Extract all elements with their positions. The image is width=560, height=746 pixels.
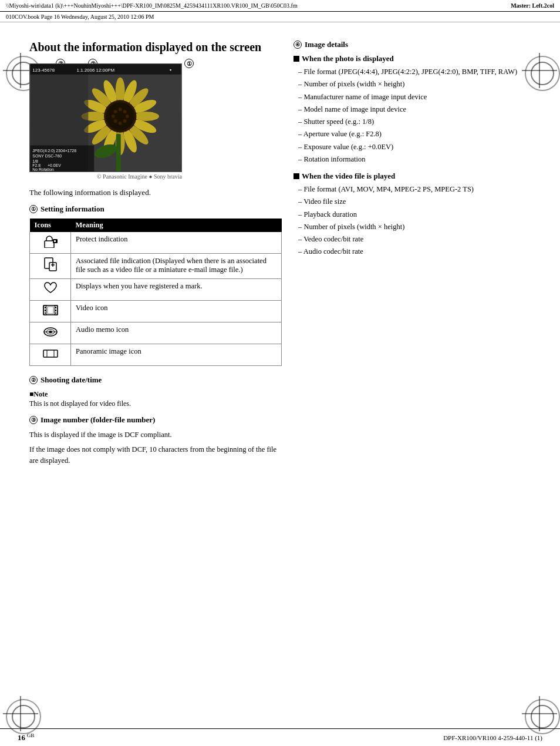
corner-decoration-bl (6, 699, 35, 728)
svg-point-5 (133, 112, 159, 121)
icon-heart (30, 279, 71, 301)
svg-point-23 (123, 119, 127, 123)
svg-point-26 (112, 115, 115, 118)
footer-product: DPF-XR100/VR100 4-259-440-11 (1) (443, 734, 542, 741)
list-item: Playback duration (298, 209, 542, 221)
corner-decoration-br (525, 699, 554, 728)
table-row-panorama: Panoramic image icon (71, 344, 282, 366)
svg-text:1.1.2006  12:00PM: 1.1.2006 12:00PM (77, 68, 115, 73)
svg-rect-53 (45, 312, 46, 314)
sunflower-image: 123-45678 1.1.2006 12:00PM ▪ JPEG(4:2:0)… (29, 63, 182, 172)
header-master: Master: Left.2col (511, 2, 554, 9)
col-meaning: Meaning (71, 219, 282, 232)
svg-point-25 (114, 119, 117, 123)
icon-audio (30, 322, 71, 344)
svg-point-18 (106, 102, 134, 130)
left-column: About the information displayed on the s… (29, 40, 282, 473)
section1-header: ① Setting information (29, 204, 282, 214)
black-square-video (294, 173, 299, 179)
video-section-title: When the video file is played (294, 172, 542, 181)
callout-1: ① (184, 59, 194, 68)
table-row: Panoramic image icon (30, 344, 282, 366)
header-path: \\Miyoshi-win\data1 (k)\+++NouhinMiyoshi… (6, 2, 298, 9)
note-box: ■Note This is not displayed for video fi… (29, 389, 282, 408)
right-column: ④ Image details When the photo is displa… (294, 40, 542, 473)
table-row: Audio memo icon (30, 322, 282, 344)
svg-point-21 (123, 110, 127, 113)
note-label: ■Note (29, 390, 48, 398)
svg-rect-57 (48, 307, 53, 314)
table-row: Protect indication (30, 232, 282, 254)
icon-lock (30, 232, 71, 254)
section2-header: ② Shooting date/time (29, 375, 282, 385)
icon-panorama (30, 344, 71, 366)
svg-point-19 (114, 110, 117, 113)
list-item: Manufacturer name of image input device (298, 91, 542, 103)
svg-point-22 (126, 115, 129, 118)
photo-section-title: When the photo is displayed (294, 54, 542, 63)
svg-text:JPEG(4:2:0)  2304×1728: JPEG(4:2:0) 2304×1728 (32, 149, 76, 153)
section2-num: ② (29, 376, 38, 384)
svg-rect-56 (55, 312, 56, 314)
list-item: Model name of image input device (298, 103, 542, 116)
svg-text:123-45678: 123-45678 (32, 68, 55, 73)
page-suffix: GB (27, 732, 35, 738)
video-section-label: When the video file is played (302, 172, 395, 181)
svg-point-20 (119, 107, 122, 111)
svg-point-24 (119, 122, 122, 125)
footer: 16 GB DPF-XR100/VR100 4-259-440-11 (1) (0, 728, 560, 746)
svg-rect-52 (45, 310, 46, 311)
following-text: The following information is displayed. (29, 188, 282, 197)
svg-text:▪: ▪ (170, 67, 171, 73)
header-bar: \\Miyoshi-win\data1 (k)\+++NouhinMiyoshi… (0, 0, 560, 12)
list-item: File format (JPEG(4:4:4), JPEG(4:2:2), J… (298, 66, 542, 78)
page-title: About the information displayed on the s… (29, 40, 282, 54)
table-row: Video icon (30, 301, 282, 322)
section4-num: ④ (294, 41, 302, 49)
svg-rect-43 (54, 240, 56, 242)
image-area: ③ ② ① (29, 63, 194, 180)
table-row-protect: Protect indication (71, 232, 282, 254)
table-row-mark: Displays when you have registered a mark… (71, 279, 282, 301)
svg-point-1 (116, 78, 125, 103)
svg-rect-51 (45, 307, 46, 308)
list-item: Rotation information (298, 153, 542, 166)
section3-label: Image number (folder-file number) (41, 415, 155, 425)
list-item: Aperture value (e.g.: F2.8) (298, 128, 542, 140)
black-square-photo (294, 56, 299, 62)
svg-text:No Rotation: No Rotation (32, 167, 54, 172)
svg-rect-55 (55, 310, 56, 311)
section3-header: ③ Image number (folder-file number) (29, 415, 282, 425)
list-item: Shutter speed (e.g.: 1/8) (298, 116, 542, 128)
section2-label: Shooting date/time (41, 375, 102, 385)
list-item: Vedeo codec/bit rate (298, 233, 542, 246)
main-content: About the information displayed on the s… (0, 22, 560, 485)
page-number: 16 GB (18, 732, 34, 742)
svg-rect-63 (43, 350, 58, 357)
svg-point-60 (49, 331, 52, 333)
list-item: Video file size (298, 196, 542, 208)
corner-decoration-tr (525, 56, 554, 85)
section1: ① Setting information Icons Meaning (29, 204, 282, 366)
section2: ② Shooting date/time ■Note This is not d… (29, 375, 282, 408)
icon-plus-file (30, 254, 71, 279)
col-icons: Icons (30, 219, 71, 232)
photo-items-list: File format (JPEG(4:4:4), JPEG(4:2:2), J… (298, 66, 542, 166)
svg-text:SONY DSC-760: SONY DSC-760 (32, 154, 62, 158)
list-item: Number of pixels (width × height) (298, 221, 542, 233)
section3-num: ③ (29, 416, 38, 424)
svg-rect-41 (45, 241, 54, 248)
icons-table: Icons Meaning (29, 219, 282, 366)
section3-text1: This is displayed if the image is DCF co… (29, 429, 282, 441)
list-item: File format (AVI, MOV, MP4, MPEG-2 PS, M… (298, 183, 542, 196)
list-item: Audio codec/bit rate (298, 246, 542, 258)
section3-text2: If the image does not comply with DCF, 1… (29, 444, 282, 466)
section4-label: Image details (305, 40, 348, 49)
section1-num: ① (29, 205, 38, 213)
section3: ③ Image number (folder-file number) This… (29, 415, 282, 466)
icon-film (30, 301, 71, 322)
table-row-audio: Audio memo icon (71, 322, 282, 344)
table-row: Displays when you have registered a mark… (30, 279, 282, 301)
note-text: This is not displayed for video files. (29, 399, 131, 408)
list-item: Number of pixels (width × height) (298, 78, 542, 90)
